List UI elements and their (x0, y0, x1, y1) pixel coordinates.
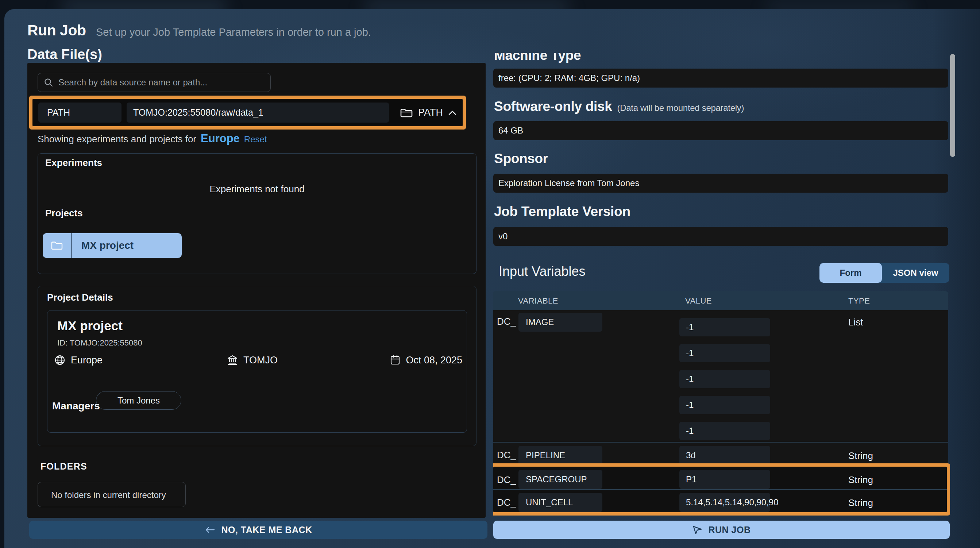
variable-prefix: DC_ (497, 449, 516, 461)
project-name: MX project (57, 319, 123, 333)
chevron-up-icon (448, 110, 457, 116)
machine-type-heading: Machine Type (494, 53, 581, 63)
page-title: Run Job (27, 22, 86, 39)
search-icon (44, 78, 53, 87)
table-header: VARIABLE VALUE TYPE (493, 291, 948, 310)
project-id: ID: TOMJO:2025:55080 (57, 338, 142, 348)
variable-type: String (848, 474, 873, 486)
sponsor-heading: Sponsor (494, 151, 548, 166)
disk-heading-note: (Data will be mounted separately) (617, 103, 744, 113)
path-row-highlight: PATH TOMJO:2025:55080/raw/data_1 PATH (29, 96, 466, 129)
variable-name-field[interactable]: IMAGE (519, 313, 602, 331)
variable-prefix: DC_ (497, 316, 516, 327)
region-link[interactable]: Europe (200, 132, 240, 145)
variable-name-field[interactable]: SPACEGROUP (519, 470, 602, 489)
folders-label: FOLDERS (40, 461, 87, 472)
projects-label: Projects (45, 208, 83, 219)
experiments-projects-box: Experiments Experiments not found Projec… (38, 153, 477, 274)
table-row: DC_ IMAGE -1 -1 -1 -1 -1 List (493, 310, 948, 442)
project-details-box: Project Details MX project ID: TOMJO:202… (38, 286, 477, 446)
value-field[interactable]: -1 (679, 318, 770, 336)
data-files-panel: PATH TOMJO:2025:55080/raw/data_1 PATH Sh… (27, 63, 485, 518)
managers-label: Managers (52, 400, 100, 412)
job-template-version-heading: Job Template Version (494, 204, 630, 219)
variable-prefix: DC_ (497, 497, 516, 508)
variable-type: List (848, 317, 863, 328)
run-cursor-icon (692, 525, 702, 535)
run-job-button-label: RUN JOB (708, 525, 751, 535)
experiments-label: Experiments (45, 157, 102, 169)
calendar-icon (390, 354, 401, 366)
project-region-label: Europe (71, 355, 102, 366)
column-type: TYPE (848, 296, 870, 306)
tab-json-view[interactable]: JSON view (882, 263, 949, 283)
variable-type: String (848, 497, 873, 508)
value-field[interactable]: 5.14,5.14,5.14,90,90,90 (679, 493, 770, 512)
data-source-search[interactable] (38, 73, 271, 92)
project-details-card: MX project ID: TOMJO:2025:55080 Europe T… (47, 310, 467, 433)
project-organization-label: TOMJO (243, 355, 278, 366)
path-browse-label: PATH (418, 107, 443, 118)
project-item-mx-project[interactable]: MX project (43, 233, 182, 258)
project-organization: TOMJO (227, 354, 278, 366)
back-button[interactable]: NO, TAKE ME BACK (29, 521, 487, 539)
showing-prefix: Showing experiments and projects for (38, 134, 196, 145)
disk-heading: Software-only disk(Data will be mounted … (494, 99, 744, 114)
scrollbar-thumb[interactable] (950, 54, 955, 157)
value-field[interactable]: 3d (679, 446, 770, 465)
run-job-modal-screen: Run Job Set up your Job Template Paramet… (0, 0, 980, 548)
project-region: Europe (54, 354, 102, 366)
variable-type: String (848, 450, 873, 462)
input-variables-title: Input Variables (499, 264, 585, 279)
experiments-empty-message: Experiments not found (38, 183, 476, 195)
back-button-label: NO, TAKE ME BACK (221, 525, 312, 535)
value-field[interactable]: -1 (679, 344, 770, 362)
variable-name-field[interactable]: UNIT_CELL (519, 493, 602, 512)
value-field[interactable]: -1 (679, 396, 770, 414)
value-field[interactable]: P1 (679, 470, 770, 489)
showing-scope-line: Showing experiments and projects for Eur… (38, 132, 267, 145)
reset-link[interactable]: Reset (244, 134, 267, 145)
page-subtitle: Set up your Job Template Parameters in o… (96, 26, 371, 38)
folder-icon (43, 233, 72, 258)
project-item-label: MX project (72, 240, 134, 252)
sponsor-field[interactable]: Exploration License from Tom Jones (493, 174, 948, 193)
data-files-heading: Data File(s) (27, 48, 102, 61)
value-field[interactable]: -1 (679, 422, 770, 440)
column-variable: VARIABLE (518, 296, 558, 306)
machine-type-field[interactable]: free: (CPU: 2; RAM: 4GB; GPU: n/a) (493, 68, 948, 88)
view-toggle: Form JSON view (819, 263, 949, 283)
table-row: DC_ SPACEGROUP P1 String (493, 467, 948, 490)
project-details-label: Project Details (47, 292, 113, 303)
path-type-select[interactable]: PATH (38, 102, 121, 123)
project-date-label: Oct 08, 2025 (406, 355, 462, 366)
search-input[interactable] (58, 77, 270, 88)
job-parameters-panel: Machine Type free: (CPU: 2; RAM: 4GB; GP… (493, 53, 950, 516)
tab-form[interactable]: Form (819, 263, 882, 283)
arrow-left-icon (204, 526, 215, 534)
path-value-input[interactable]: TOMJO:2025:55080/raw/data_1 (127, 102, 389, 123)
variable-name-field[interactable]: PIPELINE (519, 446, 602, 465)
run-job-button[interactable]: RUN JOB (493, 521, 950, 539)
disk-size-field[interactable]: 64 GB (493, 121, 948, 140)
globe-icon (54, 354, 66, 366)
path-row: PATH TOMJO:2025:55080/raw/data_1 PATH (32, 99, 463, 126)
disk-heading-label: Software-only disk (494, 99, 612, 114)
job-template-version-field[interactable]: v0 (493, 227, 948, 246)
table-row: DC_ PIPELINE 3d String (493, 443, 948, 465)
folders-empty-box: No folders in current directory (38, 482, 186, 507)
institution-icon (227, 354, 238, 366)
column-value: VALUE (685, 296, 712, 306)
variable-prefix: DC_ (497, 474, 516, 486)
manager-chip[interactable]: Tom Jones (96, 391, 181, 410)
project-date: Oct 08, 2025 (390, 354, 462, 366)
value-field[interactable]: -1 (679, 370, 770, 388)
folder-icon (400, 107, 413, 118)
table-row: DC_ UNIT_CELL 5.14,5.14,5.14,90,90,90 St… (493, 490, 948, 513)
path-browse-button[interactable]: PATH (400, 107, 457, 118)
